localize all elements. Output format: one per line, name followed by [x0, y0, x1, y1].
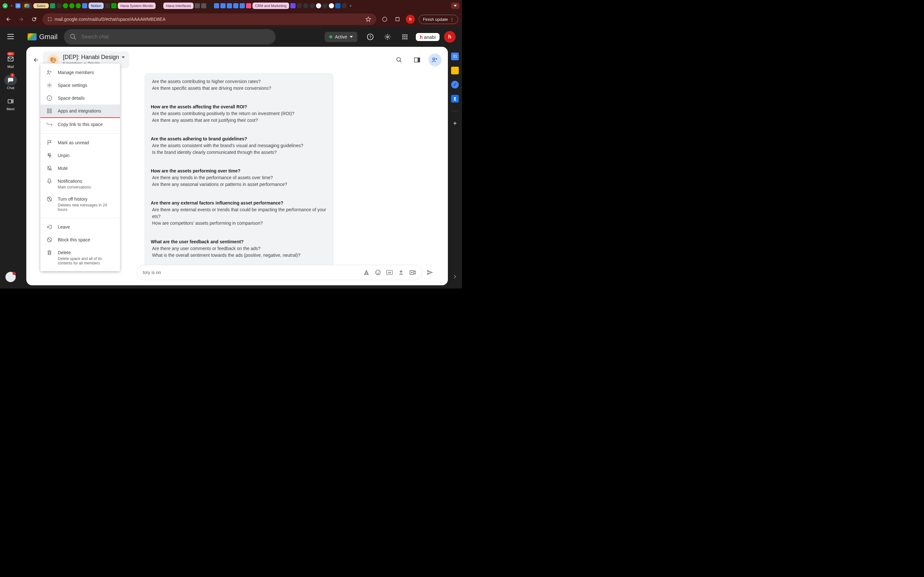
nav-reload-button[interactable]	[29, 15, 39, 24]
tab-google-1[interactable]	[316, 3, 321, 8]
tab-i10[interactable]	[227, 3, 232, 8]
upload-icon[interactable]	[397, 269, 405, 276]
message-line: Are there any user comments or feedback …	[152, 245, 327, 252]
menu-block[interactable]: Block this space	[40, 234, 120, 246]
emoji-icon[interactable]	[375, 269, 381, 276]
tab-i18[interactable]	[342, 3, 347, 8]
tab-i13[interactable]	[290, 3, 296, 8]
menu-label: Mark as unread	[58, 139, 89, 146]
tab-figma[interactable]	[246, 3, 251, 8]
send-button[interactable]	[426, 269, 434, 276]
gmail-logo-icon	[27, 33, 37, 40]
tabs-dropdown[interactable]	[451, 3, 459, 9]
menu-turn-off-history[interactable]: Turn off history Deletes new messages in…	[40, 193, 120, 215]
rail-user-avatar[interactable]	[5, 272, 16, 282]
svg-point-13	[406, 38, 407, 39]
block-icon	[46, 237, 53, 243]
menu-apps-integrations[interactable]: Apps and integrations	[40, 105, 120, 118]
tab-i12[interactable]	[240, 3, 245, 8]
compose-field[interactable]: tory is on GIF	[137, 265, 422, 280]
apps-icon	[46, 108, 53, 114]
tab-notion[interactable]: Notion	[89, 3, 104, 9]
svg-point-11	[402, 38, 404, 39]
tab-gmail-active[interactable]	[22, 3, 32, 9]
tab-upwork-2[interactable]	[69, 3, 74, 8]
tab-calendar[interactable]: 26	[15, 3, 21, 8]
finish-update-button[interactable]: Finish update ⋮	[419, 15, 458, 24]
tab-whatsapp[interactable]: ●	[3, 3, 8, 8]
hanabi-text: anabi	[424, 34, 436, 40]
tab-i15[interactable]	[303, 3, 309, 8]
tab-sales[interactable]: Sales	[33, 3, 49, 8]
settings-gear-icon[interactable]	[381, 31, 394, 43]
menu-mute[interactable]: Mute	[40, 162, 120, 175]
gif-icon[interactable]: GIF	[386, 269, 393, 276]
video-add-icon[interactable]	[409, 269, 416, 276]
hanabi-logo[interactable]: h anabi	[416, 33, 439, 41]
extensions-icon[interactable]	[393, 15, 402, 24]
tab-i11[interactable]	[233, 3, 238, 8]
new-tab-button[interactable]: +	[348, 3, 353, 8]
hamburger-menu-button[interactable]	[4, 30, 17, 43]
status-chip[interactable]: Active	[325, 32, 357, 42]
menu-space-settings[interactable]: Space settings	[40, 79, 120, 92]
bookmark-star-icon[interactable]	[365, 16, 371, 22]
tab-i7[interactable]	[208, 3, 213, 8]
sidebar-tasks-icon[interactable]: ✓	[451, 81, 459, 89]
menu-unpin[interactable]: Unpin	[40, 149, 120, 162]
sidebar-keep-icon[interactable]	[451, 67, 459, 74]
tab-icon-1[interactable]	[57, 3, 61, 8]
search-input[interactable]	[81, 34, 270, 40]
rail-meet[interactable]: Meet	[4, 95, 17, 112]
extension-icon-1[interactable]	[380, 15, 389, 24]
back-arrow-button[interactable]	[33, 57, 39, 63]
tab-hana-monitor[interactable]: Hana System Monito	[118, 3, 156, 9]
help-icon[interactable]: ?	[364, 31, 376, 43]
tab-i17[interactable]	[322, 3, 328, 8]
url-bar[interactable]: mail.google.com/mail/u/0/#chat/space/AAA…	[42, 13, 376, 25]
nav-forward-button[interactable]	[17, 15, 26, 24]
nav-back-button[interactable]	[4, 15, 13, 24]
format-icon[interactable]	[363, 269, 370, 276]
account-avatar[interactable]: h	[444, 31, 456, 43]
status-label: Active	[335, 34, 347, 39]
tab-sheets[interactable]	[50, 3, 55, 8]
message-line: Are there any seasonal variations or pat…	[152, 181, 327, 188]
sidebar-contacts-icon[interactable]	[451, 95, 459, 103]
menu-mark-unread[interactable]: Mark as unread	[40, 136, 120, 149]
tab-i6[interactable]	[201, 3, 206, 8]
members-panel-button[interactable]	[429, 53, 441, 66]
rail-mail[interactable]: 99+ Mail	[4, 53, 17, 70]
tab-crm[interactable]: CRM and Marketing	[252, 3, 289, 9]
menu-leave[interactable]: Leave	[40, 221, 120, 234]
menu-space-details[interactable]: Space details	[40, 92, 120, 105]
tab-icon-4[interactable]	[157, 3, 162, 8]
menu-manage-members[interactable]: Manage members	[40, 66, 120, 79]
menu-copy-link[interactable]: Copy link to this space	[40, 118, 120, 131]
tab-google-2[interactable]	[329, 3, 334, 8]
tab-doc-1[interactable]	[82, 3, 87, 8]
apps-grid-icon[interactable]	[399, 31, 411, 43]
sidebar-collapse-button[interactable]	[454, 274, 456, 279]
tab-linkedin[interactable]	[335, 3, 341, 8]
profile-avatar[interactable]: h	[406, 15, 415, 24]
panel-toggle-button[interactable]	[411, 53, 423, 66]
sidebar-calendar-icon[interactable]: 31	[451, 53, 459, 60]
search-container[interactable]	[64, 29, 276, 45]
menu-notifications[interactable]: Notifications Main conversations	[40, 175, 120, 193]
tab-hana-interfaces[interactable]: Hana Interfaces	[163, 3, 194, 9]
tab-i8[interactable]	[214, 3, 219, 8]
search-in-space-button[interactable]	[393, 53, 405, 66]
tab-i14[interactable]	[297, 3, 302, 8]
rail-chat[interactable]: 1 Chat	[4, 74, 17, 91]
tab-icon-3[interactable]: ✓	[111, 3, 116, 8]
tab-i9[interactable]	[220, 3, 226, 8]
tab-i16[interactable]	[310, 3, 315, 8]
gmail-logo[interactable]: Gmail	[27, 33, 57, 41]
tab-icon-2[interactable]	[105, 3, 110, 8]
tab-i5[interactable]	[195, 3, 200, 8]
menu-delete[interactable]: Delete Delete space and all of its conte…	[40, 246, 120, 269]
sidebar-add-icon[interactable]: +	[451, 119, 459, 127]
tab-upwork-1[interactable]	[63, 3, 68, 8]
tab-upwork-3[interactable]	[76, 3, 81, 8]
